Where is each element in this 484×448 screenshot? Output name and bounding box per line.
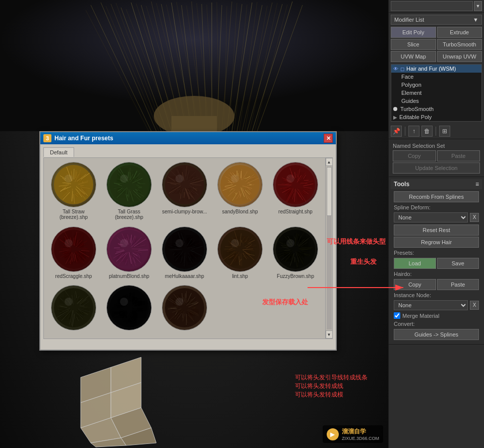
config-icon-btn[interactable]: ⊞ xyxy=(439,126,450,137)
hair-fur-presets-dialog: 3 Hair and Fur presets ✕ Default Tall St… xyxy=(39,131,337,351)
stack-guides-label: Guides xyxy=(401,98,419,104)
preset-item-11[interactable] xyxy=(101,283,157,337)
scrollbar-down-button[interactable]: ▼ xyxy=(326,330,333,339)
svg-point-220 xyxy=(231,175,239,183)
instance-node-select[interactable]: None xyxy=(394,300,468,310)
svg-point-346 xyxy=(120,239,128,247)
instance-x-button[interactable]: X xyxy=(470,301,479,310)
unwrap-uvw-button[interactable]: Unwrap UVW xyxy=(437,51,482,62)
stack-item-editable-poly[interactable]: ▶ Editable Poly xyxy=(391,113,481,121)
extrude-button[interactable]: Extrude xyxy=(437,27,482,38)
preset-item-8[interactable]: lint.shp xyxy=(212,225,268,284)
preset-item-1[interactable]: Tall Grass (breeze).shp xyxy=(101,160,157,225)
svg-point-53 xyxy=(54,165,93,204)
grid-scrollbar: ▲ ▼ xyxy=(325,158,332,339)
preset-item-3[interactable]: sandyBlond.shp xyxy=(212,160,268,225)
dialog-tab-default[interactable]: Default xyxy=(43,147,74,157)
preset-thumb-10 xyxy=(51,285,96,330)
stack-element-label: Element xyxy=(401,90,421,96)
preset-label-9: FuzzyBrown.shp xyxy=(277,273,314,279)
head-field[interactable]: Head xyxy=(391,1,473,11)
modifier-buttons-row2: Slice TurboSmooth xyxy=(391,39,482,50)
preset-label-8: lint.shp xyxy=(232,273,248,279)
head-section: Head ▼ xyxy=(389,0,484,13)
hairdo-paste-button[interactable]: Paste xyxy=(437,279,479,290)
stack-hair-fur-label: Hair and Fur (WSM) xyxy=(406,66,456,72)
stack-item-face[interactable]: Face xyxy=(391,73,481,81)
turbosmooth-button[interactable]: TurboSmooth xyxy=(437,39,482,50)
preset-grid-container: Tall Straw (breeze).shpTall Grass (breez… xyxy=(43,157,333,339)
spline-x-button[interactable]: X xyxy=(470,213,479,222)
guides-to-splines-button[interactable]: Guides -> Splines xyxy=(394,329,479,340)
preset-thumb-6 xyxy=(106,227,152,272)
scrollbar-thumb[interactable] xyxy=(327,167,332,216)
preset-thumb-9 xyxy=(273,227,318,272)
named-selection-paste-button[interactable]: Paste xyxy=(437,150,480,161)
load-button[interactable]: Load xyxy=(394,258,436,269)
svg-point-304 xyxy=(65,239,73,247)
preset-thumb-7 xyxy=(162,227,207,272)
instance-node-row: Instance Node: xyxy=(392,291,481,299)
preset-thumb-0 xyxy=(51,162,96,207)
move-icon-btn[interactable]: ↑ xyxy=(408,126,419,137)
delete-icon-btn[interactable]: 🗑 xyxy=(421,126,433,137)
separator1 xyxy=(405,127,405,136)
watermark-logo: ▶ 溜溜自学 ZIXUE.3D66.COM xyxy=(327,427,379,441)
stack-item-guides[interactable]: Guides xyxy=(391,97,481,105)
right-panel: Head ▼ Modifier List ▼ Edit Poly Extrude… xyxy=(388,0,484,448)
stack-face-label: Face xyxy=(401,74,413,80)
convert-row: Convert: xyxy=(392,320,481,328)
preset-item-9[interactable]: FuzzyBrown.shp xyxy=(268,225,323,284)
scrollbar-up-button[interactable]: ▲ xyxy=(326,158,333,166)
tools-header[interactable]: Tools ≡ xyxy=(391,179,482,189)
presets-row: Presets: xyxy=(392,249,481,257)
hairdo-copy-button[interactable]: Copy xyxy=(394,279,436,290)
instance-none-row: None X xyxy=(392,299,481,311)
preset-item-6[interactable]: platnumBlond.shp xyxy=(101,225,157,284)
lock-icon: ◻ xyxy=(400,66,404,72)
preset-item-7[interactable]: meHulkaaaar.shp xyxy=(157,225,212,284)
pin-icon-btn[interactable]: 📌 xyxy=(391,126,402,137)
modifier-list-dropdown[interactable]: Modifier List ▼ xyxy=(391,15,482,25)
named-selection-label: Named Selection Set xyxy=(391,141,482,149)
preset-label-3: sandyBlond.shp xyxy=(222,209,258,214)
stack-item-polygon[interactable]: Polygon xyxy=(391,81,481,89)
svg-point-388 xyxy=(175,239,184,247)
preset-item-2[interactable]: semi-clumpy-brow... xyxy=(157,160,212,225)
svg-rect-44 xyxy=(171,116,217,131)
dialog-close-button[interactable]: ✕ xyxy=(324,134,333,143)
save-button[interactable]: Save xyxy=(437,258,479,269)
hairdo-label: Hairdo: xyxy=(394,271,411,277)
preset-item-10[interactable] xyxy=(46,283,101,337)
named-selection-section: Named Selection Set Copy Paste Update Se… xyxy=(389,139,484,177)
dropdown-arrow-icon: ▼ xyxy=(473,17,478,23)
recomb-from-splines-button[interactable]: Recomb From Splines xyxy=(394,191,479,202)
edit-poly-button[interactable]: Edit Poly xyxy=(391,27,436,38)
slice-button[interactable]: Slice xyxy=(391,39,436,50)
uvw-map-button[interactable]: UVW Map xyxy=(391,51,436,62)
preset-item-4[interactable]: redStraight.shp xyxy=(268,160,323,225)
preset-item-0[interactable]: Tall Straw (breeze).shp xyxy=(46,160,101,225)
modifier-buttons-row1: Edit Poly Extrude xyxy=(391,27,482,38)
merge-material-checkbox[interactable] xyxy=(394,312,400,319)
preset-item-12[interactable] xyxy=(157,283,212,337)
convert-label: Convert: xyxy=(394,321,415,327)
preset-item-5[interactable]: redScraggle.shp xyxy=(46,225,101,284)
stack-item-turbosmooth[interactable]: TurboSmooth xyxy=(391,105,481,113)
stack-item-hair-fur[interactable]: 👁 ◻ Hair and Fur (WSM) xyxy=(391,65,481,73)
stack-item-element[interactable]: Element xyxy=(391,89,481,97)
dialog-title-text: Hair and Fur presets xyxy=(54,135,113,142)
regrow-hair-button[interactable]: Regrow Hair xyxy=(394,237,479,248)
preset-label-7: meHulkaaaar.shp xyxy=(165,273,204,279)
update-selection-button[interactable]: Update Selection xyxy=(393,162,480,174)
merge-material-label: Merge Material xyxy=(402,313,439,319)
tools-section: Tools ≡ Recomb From Splines Spline Defor… xyxy=(389,177,484,345)
preset-grid: Tall Straw (breeze).shpTall Grass (breez… xyxy=(44,158,325,339)
named-selection-copy-button[interactable]: Copy xyxy=(393,150,436,161)
scrollbar-track xyxy=(327,167,332,329)
preset-thumb-1 xyxy=(106,162,152,207)
reset-rest-button[interactable]: Reset Rest xyxy=(394,225,479,236)
head-dropdown-arrow[interactable]: ▼ xyxy=(474,1,482,11)
svg-point-431 xyxy=(276,230,315,269)
spline-deform-select[interactable]: None xyxy=(394,212,468,222)
